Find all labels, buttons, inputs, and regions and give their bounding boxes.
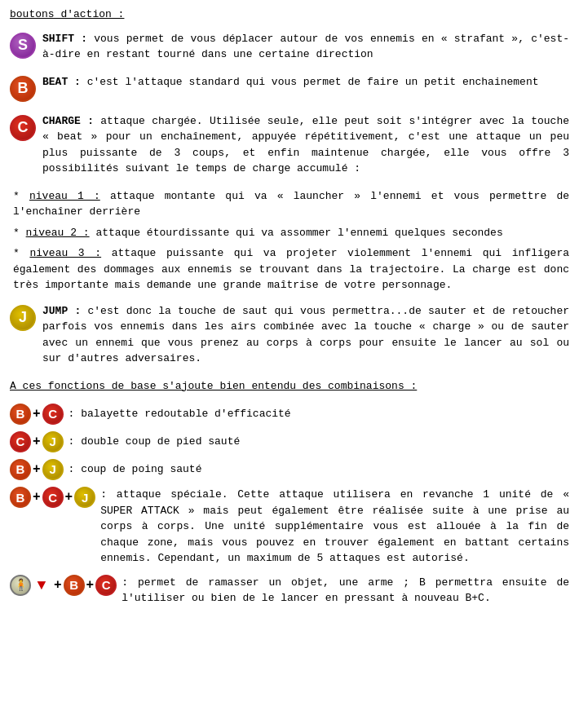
beat-block: B BEAT : c'est l'attaque standard qui vo… (10, 74, 569, 102)
combo-j2-icon: J (42, 459, 64, 480)
combo-bc: B + C : balayette redoutable d'efficacit… (10, 404, 569, 425)
combo-b-icon: B (10, 404, 31, 425)
charge-icon: C (10, 115, 36, 141)
arrow-down-icon: ▼ (31, 575, 52, 596)
special-combo-icons: B + C + J (10, 487, 95, 508)
beat-icon: B (10, 76, 36, 102)
charge-levels: * niveau 1 : attaque montante qui va « l… (13, 188, 569, 293)
combo-c2-icon: C (10, 431, 31, 452)
shift-icon: S (10, 33, 36, 59)
special-combo: B + C + J : attaque spéciale. Cette atta… (10, 487, 569, 567)
special-b-icon: B (10, 487, 31, 508)
charge-block: C CHARGE : attaque chargée. Utilisée seu… (10, 113, 569, 177)
combos-header: A ces fonctions de base s'ajoute bien en… (10, 378, 569, 395)
special-c-icon: C (42, 487, 64, 508)
beat-text: BEAT : c'est l'attaque standard qui vous… (42, 74, 569, 90)
combo-b2-icon: B (10, 459, 31, 480)
shift-text: SHIFT : vous permet de vous déplacer aut… (42, 31, 569, 63)
pickup-icon: 🧍 (10, 575, 31, 596)
charge-text: CHARGE : attaque chargée. Utilisée seule… (42, 113, 569, 177)
level2-text: * niveau 2 : attaque étourdissante qui v… (13, 225, 569, 241)
pickup-b-icon: B (64, 575, 85, 596)
jump-icon: J (10, 305, 36, 331)
pickup-c-icon: C (95, 575, 117, 596)
pickup-combo-icons: 🧍 ▼ + B + C (10, 575, 117, 596)
combo-cj: C + J : double coup de pied sauté (10, 431, 569, 452)
combo-bc-text: : balayette redoutable d'efficacité (69, 406, 569, 422)
level1-text: * niveau 1 : attaque montante qui va « l… (13, 188, 569, 220)
jump-text: JUMP : c'est donc la touche de saut qui … (42, 303, 569, 367)
pickup-combo-text: : permet de ramasser un objet, une arme … (122, 575, 569, 607)
combo-bj-text: : coup de poing sauté (69, 461, 569, 478)
level3-text: * niveau 3 : attaque puissante qui va pr… (13, 245, 569, 293)
combo-j-icon: J (42, 431, 64, 452)
shift-block: S SHIFT : vous permet de vous déplacer a… (10, 31, 569, 63)
combo-c-icon: C (42, 404, 64, 425)
section-header: boutons d'action : (10, 7, 569, 23)
combo-cj-text: : double coup de pied sauté (69, 434, 569, 450)
special-combo-text: : attaque spéciale. Cette attaque utilis… (100, 487, 569, 567)
special-j-icon: J (74, 487, 95, 508)
combo-bj: B + J : coup de poing sauté (10, 459, 569, 480)
pickup-combo: 🧍 ▼ + B + C : permet de ramasser un obje… (10, 575, 569, 607)
jump-block: J JUMP : c'est donc la touche de saut qu… (10, 303, 569, 367)
